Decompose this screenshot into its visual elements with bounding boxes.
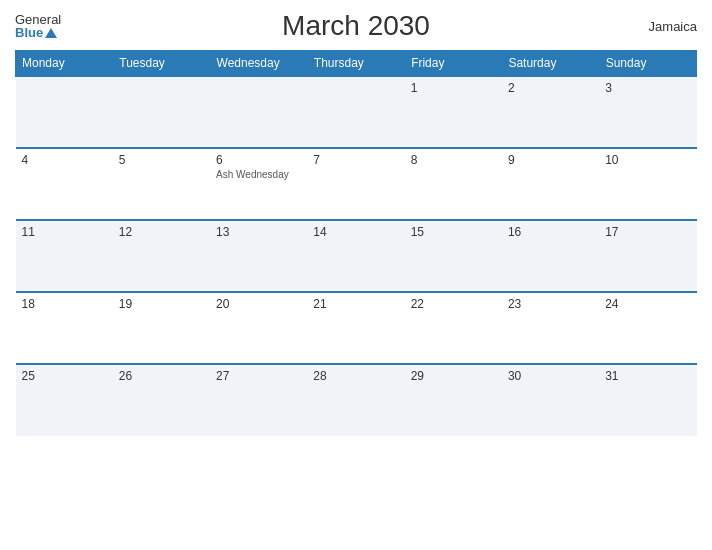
calendar-day-cell: 25	[16, 364, 113, 436]
calendar-day-cell: 24	[599, 292, 696, 364]
calendar-day-cell: 7	[307, 148, 404, 220]
calendar-day-cell: 2	[502, 76, 599, 148]
logo-triangle-icon	[45, 28, 57, 38]
day-number: 18	[22, 297, 107, 311]
day-number: 20	[216, 297, 301, 311]
calendar-title: March 2030	[282, 10, 430, 42]
day-number: 28	[313, 369, 398, 383]
calendar-container: General Blue March 2030 Jamaica Monday T…	[0, 0, 712, 550]
day-number: 30	[508, 369, 593, 383]
day-number: 23	[508, 297, 593, 311]
calendar-day-cell: 16	[502, 220, 599, 292]
header-monday: Monday	[16, 51, 113, 77]
calendar-day-cell: 3	[599, 76, 696, 148]
day-number: 17	[605, 225, 690, 239]
day-number: 9	[508, 153, 593, 167]
calendar-header: General Blue March 2030 Jamaica	[15, 10, 697, 42]
calendar-day-cell: 27	[210, 364, 307, 436]
calendar-day-cell: 8	[405, 148, 502, 220]
day-number: 25	[22, 369, 107, 383]
day-number: 19	[119, 297, 204, 311]
calendar-day-cell: 29	[405, 364, 502, 436]
calendar-day-cell	[16, 76, 113, 148]
calendar-day-cell: 26	[113, 364, 210, 436]
day-number: 7	[313, 153, 398, 167]
calendar-table: Monday Tuesday Wednesday Thursday Friday…	[15, 50, 697, 436]
calendar-day-cell	[113, 76, 210, 148]
calendar-day-cell: 19	[113, 292, 210, 364]
calendar-day-cell: 14	[307, 220, 404, 292]
calendar-day-cell: 31	[599, 364, 696, 436]
calendar-day-cell: 12	[113, 220, 210, 292]
day-number: 16	[508, 225, 593, 239]
day-number: 13	[216, 225, 301, 239]
calendar-day-cell: 10	[599, 148, 696, 220]
calendar-week-row: 456Ash Wednesday78910	[16, 148, 697, 220]
day-number: 5	[119, 153, 204, 167]
day-number: 6	[216, 153, 301, 167]
calendar-day-cell: 6Ash Wednesday	[210, 148, 307, 220]
calendar-day-cell	[307, 76, 404, 148]
calendar-day-cell: 23	[502, 292, 599, 364]
header-friday: Friday	[405, 51, 502, 77]
calendar-day-cell: 21	[307, 292, 404, 364]
calendar-day-cell: 11	[16, 220, 113, 292]
calendar-day-cell: 5	[113, 148, 210, 220]
header-saturday: Saturday	[502, 51, 599, 77]
calendar-day-cell: 20	[210, 292, 307, 364]
day-number: 21	[313, 297, 398, 311]
calendar-day-cell: 28	[307, 364, 404, 436]
calendar-week-row: 11121314151617	[16, 220, 697, 292]
header-wednesday: Wednesday	[210, 51, 307, 77]
day-number: 10	[605, 153, 690, 167]
weekday-header-row: Monday Tuesday Wednesday Thursday Friday…	[16, 51, 697, 77]
day-number: 8	[411, 153, 496, 167]
day-number: 24	[605, 297, 690, 311]
day-number: 12	[119, 225, 204, 239]
day-number: 2	[508, 81, 593, 95]
header-sunday: Sunday	[599, 51, 696, 77]
calendar-day-cell: 30	[502, 364, 599, 436]
day-number: 29	[411, 369, 496, 383]
logo-blue-text: Blue	[15, 26, 61, 39]
day-number: 22	[411, 297, 496, 311]
calendar-week-row: 123	[16, 76, 697, 148]
day-number: 26	[119, 369, 204, 383]
calendar-day-cell: 15	[405, 220, 502, 292]
day-number: 27	[216, 369, 301, 383]
day-number: 15	[411, 225, 496, 239]
day-number: 11	[22, 225, 107, 239]
header-tuesday: Tuesday	[113, 51, 210, 77]
calendar-day-cell: 9	[502, 148, 599, 220]
day-number: 4	[22, 153, 107, 167]
calendar-day-cell: 13	[210, 220, 307, 292]
calendar-day-cell: 1	[405, 76, 502, 148]
header-thursday: Thursday	[307, 51, 404, 77]
calendar-day-cell: 17	[599, 220, 696, 292]
calendar-week-row: 18192021222324	[16, 292, 697, 364]
day-number: 14	[313, 225, 398, 239]
calendar-day-cell: 22	[405, 292, 502, 364]
day-number: 3	[605, 81, 690, 95]
logo: General Blue	[15, 13, 61, 39]
calendar-day-cell: 18	[16, 292, 113, 364]
day-number: 31	[605, 369, 690, 383]
country-label: Jamaica	[649, 19, 697, 34]
calendar-week-row: 25262728293031	[16, 364, 697, 436]
calendar-day-cell	[210, 76, 307, 148]
day-number: 1	[411, 81, 496, 95]
calendar-day-cell: 4	[16, 148, 113, 220]
event-label: Ash Wednesday	[216, 169, 301, 180]
